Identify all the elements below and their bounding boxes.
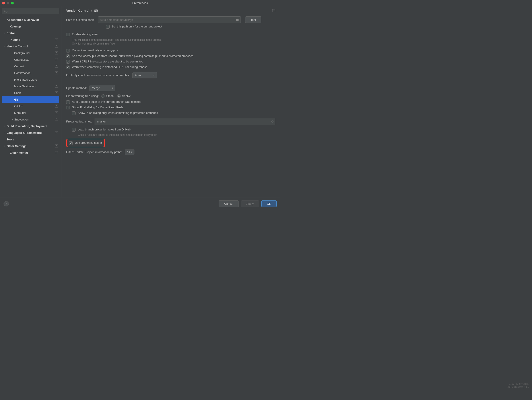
svg-rect-29 xyxy=(56,145,57,146)
sidebar-item-label: Git xyxy=(14,98,55,101)
sidebar-item-subversion[interactable]: ›Subversion xyxy=(2,116,59,123)
svg-rect-30 xyxy=(55,151,58,154)
auto-update-label: Auto-update if push of the current branc… xyxy=(72,100,141,103)
sidebar-item-label: Mercurial xyxy=(14,111,55,114)
chevron-right-icon: › xyxy=(91,9,92,13)
svg-rect-19 xyxy=(56,99,57,99)
add-suffix-checkbox[interactable] xyxy=(66,55,70,58)
sidebar-item-changelists[interactable]: Changelists xyxy=(2,56,59,63)
warn-crlf-label: Warn if CRLF line separators are about t… xyxy=(72,60,143,63)
shelve-radio[interactable] xyxy=(117,94,121,98)
set-path-project-checkbox[interactable] xyxy=(106,25,110,29)
search-dropdown-icon[interactable]: ▾ xyxy=(7,10,8,12)
commit-cherrypick-label: Commit automatically on cherry-pick xyxy=(72,49,119,52)
update-method-select[interactable]: Merge xyxy=(89,85,115,91)
sidebar-item-appearance-behavior[interactable]: ›Appearance & Behavior xyxy=(2,16,59,23)
project-scope-icon xyxy=(55,98,58,101)
svg-rect-24 xyxy=(55,118,58,121)
svg-rect-15 xyxy=(56,85,57,86)
sidebar-item-background[interactable]: Background xyxy=(2,50,59,56)
project-scope-icon xyxy=(272,9,275,12)
sidebar-item-file-status-colors[interactable]: File Status Colors xyxy=(2,76,59,83)
git-path-input[interactable] xyxy=(98,16,234,23)
sidebar-item-shelf[interactable]: Shelf xyxy=(2,89,59,96)
explicit-check-label: Explicitly check for incoming commits on… xyxy=(66,74,130,77)
set-path-project-label: Set this path only for the current proje… xyxy=(112,25,162,28)
sidebar-item-plugins[interactable]: Plugins xyxy=(2,36,59,43)
search-input[interactable]: ▾ xyxy=(2,8,59,14)
svg-rect-20 xyxy=(55,105,58,108)
project-scope-icon xyxy=(55,111,58,114)
use-credential-helper-label: Use credential helper xyxy=(75,141,102,144)
sidebar-item-label: Issue Navigation xyxy=(14,85,55,88)
sidebar-item-keymap[interactable]: Keymap xyxy=(2,23,59,30)
sidebar-item-issue-navigation[interactable]: Issue Navigation xyxy=(2,83,59,89)
shelve-radio-label[interactable]: Shelve xyxy=(117,94,131,98)
svg-rect-10 xyxy=(55,65,58,68)
project-scope-icon xyxy=(55,85,58,88)
test-button[interactable]: Test xyxy=(245,16,262,23)
main-panel: Version Control › Git Path to Git execut… xyxy=(61,6,280,197)
browse-folder-button[interactable] xyxy=(234,16,241,23)
sidebar-item-other-settings[interactable]: ›Other Settings xyxy=(2,143,59,149)
minimize-window-button[interactable] xyxy=(7,2,9,4)
svg-rect-6 xyxy=(55,52,58,54)
warn-detached-label: Warn when committing in detached HEAD or… xyxy=(72,65,147,69)
svg-line-1 xyxy=(6,12,7,13)
explicit-check-select[interactable]: Auto xyxy=(133,72,157,78)
sidebar-item-label: Build, Execution, Deployment xyxy=(7,125,58,128)
warn-crlf-checkbox[interactable] xyxy=(66,60,70,63)
maximize-window-button[interactable] xyxy=(11,2,14,4)
sidebar-item-label: Tools xyxy=(7,138,58,141)
sidebar-item-experimental[interactable]: Experimental xyxy=(2,149,59,156)
svg-rect-25 xyxy=(56,119,57,119)
help-button[interactable]: ? xyxy=(4,201,9,206)
svg-rect-17 xyxy=(56,92,57,93)
breadcrumb-parent[interactable]: Version Control xyxy=(66,9,89,13)
ok-button[interactable]: OK xyxy=(261,200,277,207)
sidebar-item-version-control[interactable]: ⌄Version Control xyxy=(2,43,59,50)
load-branch-rules-checkbox[interactable] xyxy=(72,128,76,132)
sidebar-item-languages-frameworks[interactable]: ›Languages & Frameworks xyxy=(2,129,59,136)
auto-update-checkbox[interactable] xyxy=(66,100,70,104)
sidebar-item-commit[interactable]: Commit xyxy=(2,63,59,70)
sidebar-item-github[interactable]: GitHub xyxy=(2,103,59,109)
use-credential-helper-checkbox[interactable] xyxy=(69,141,73,145)
svg-rect-7 xyxy=(56,52,57,53)
stash-radio-label[interactable]: Stash xyxy=(101,94,114,98)
sidebar-item-label: Changelists xyxy=(14,58,55,61)
commit-cherrypick-checkbox[interactable] xyxy=(66,49,70,52)
project-scope-icon xyxy=(55,65,58,68)
sidebar-item-label: Languages & Frameworks xyxy=(7,131,55,134)
sidebar-item-label: Appearance & Behavior xyxy=(7,18,58,21)
tree-arrow-icon: ⌄ xyxy=(3,45,7,48)
enable-staging-checkbox[interactable] xyxy=(66,33,70,36)
load-branch-rules-label: Load branch protection rules from GitHub xyxy=(78,128,130,131)
show-push-protected-label: Show Push dialog only when committing to… xyxy=(78,111,158,114)
protected-branches-input[interactable]: master xyxy=(95,118,275,125)
cancel-button[interactable]: Cancel xyxy=(219,200,239,207)
svg-rect-28 xyxy=(55,145,58,147)
sidebar-item-mercurial[interactable]: Mercurial xyxy=(2,109,59,116)
warn-detached-checkbox[interactable] xyxy=(66,66,70,69)
sidebar-item-build-execution-deployment[interactable]: ›Build, Execution, Deployment xyxy=(2,123,59,129)
sidebar-item-editor[interactable]: ›Editor xyxy=(2,30,59,36)
svg-rect-8 xyxy=(55,58,58,61)
apply-button[interactable]: Apply xyxy=(241,200,259,207)
project-scope-icon xyxy=(55,91,58,94)
stash-radio[interactable] xyxy=(101,94,105,98)
close-window-button[interactable] xyxy=(2,2,5,4)
sidebar-item-confirmation[interactable]: Confirmation xyxy=(2,70,59,76)
show-push-dialog-checkbox[interactable] xyxy=(66,106,70,109)
window-title: Preferences xyxy=(132,1,148,5)
expand-icon[interactable] xyxy=(271,120,274,123)
svg-point-0 xyxy=(4,10,6,12)
sidebar-item-git[interactable]: Git xyxy=(2,96,59,103)
filter-paths-select[interactable]: All xyxy=(125,150,134,155)
svg-rect-12 xyxy=(55,71,58,74)
svg-rect-22 xyxy=(55,111,58,114)
sidebar-item-label: Keymap xyxy=(10,25,58,28)
enable-staging-hint: This will disable changelists support an… xyxy=(72,38,165,46)
show-push-protected-checkbox[interactable] xyxy=(72,111,76,115)
sidebar-item-tools[interactable]: ›Tools xyxy=(2,136,59,143)
